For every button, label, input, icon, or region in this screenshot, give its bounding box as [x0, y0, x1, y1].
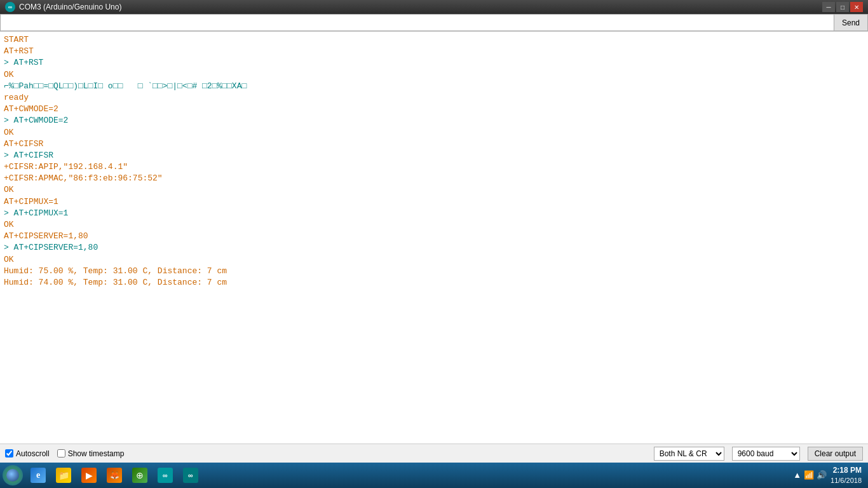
tray-volume-icon[interactable]: 🔊: [817, 470, 827, 480]
output-line: OK: [4, 69, 864, 81]
taskbar-item-ie[interactable]: e: [25, 465, 51, 485]
taskbar-item-chrome[interactable]: ⊕: [127, 465, 153, 485]
output-line: ⌐%□Pah□□=□QL□□)□L□I□ o□□ □ `□□>□|□<□# □2…: [4, 81, 864, 92]
output-line: Humid: 75.00 %, Temp: 31.00 C, Distance:…: [4, 266, 864, 277]
input-area: Send: [0, 14, 868, 32]
system-tray: ▲ 📶 🔊 2:18 PM 11/6/2018: [789, 466, 865, 485]
output-line: Humid: 74.00 %, Temp: 31.00 C, Distance:…: [4, 277, 864, 288]
output-line: OK: [4, 127, 864, 139]
output-line: AT+CIFSR: [4, 139, 864, 150]
window-title: COM3 (Arduino/Genuino Uno): [19, 3, 121, 11]
output-line: +CIFSR:APMAC,"86:f3:eb:96:75:52": [4, 173, 864, 184]
autoscroll-checkbox[interactable]: [5, 449, 13, 458]
send-button[interactable]: Send: [834, 14, 868, 31]
chrome-icon: ⊕: [132, 468, 147, 483]
line-ending-select[interactable]: No line endingNewlineCarriage returnBoth…: [654, 447, 724, 461]
app-icon: ∞: [5, 2, 15, 12]
output-line: > AT+RST: [4, 57, 864, 69]
clear-output-button[interactable]: Clear output: [808, 447, 863, 461]
tray-icons: ▲ 📶 🔊: [793, 470, 827, 480]
autoscroll-label[interactable]: Autoscroll: [5, 449, 50, 458]
close-button[interactable]: ✕: [850, 2, 863, 12]
tray-network-icon[interactable]: 📶: [804, 470, 814, 480]
taskbar: e 📁 ▶ 🦊 ⊕ ∞ ∞: [0, 463, 868, 488]
baud-rate-select[interactable]: 300 baud1200 baud2400 baud4800 baud9600 …: [732, 447, 800, 461]
timestamp-text: Show timestamp: [68, 449, 125, 458]
autoscroll-text: Autoscroll: [16, 449, 50, 458]
taskbar-item-filemanager[interactable]: 📁: [51, 465, 76, 485]
title-bar-left: ∞ COM3 (Arduino/Genuino Uno): [5, 2, 121, 12]
title-bar: ∞ COM3 (Arduino/Genuino Uno) ─ □ ✕: [0, 0, 868, 14]
output-line: ready: [4, 92, 864, 104]
maximize-button[interactable]: □: [836, 2, 849, 12]
clock[interactable]: 2:18 PM 11/6/2018: [831, 466, 862, 485]
serial-input[interactable]: [0, 14, 834, 31]
taskbar-item-arduino[interactable]: ∞: [153, 465, 178, 485]
ie-icon: e: [31, 468, 46, 483]
taskbar-item-firefox[interactable]: 🦊: [102, 465, 127, 485]
output-line: > AT+CIPSERVER=1,80: [4, 242, 864, 254]
output-line: OK: [4, 219, 864, 231]
firefox-icon: 🦊: [107, 468, 122, 483]
output-line: OK: [4, 184, 864, 196]
bottom-bar: Autoscroll Show timestamp No line ending…: [0, 444, 868, 463]
tray-arrow-icon[interactable]: ▲: [793, 470, 801, 480]
clock-time: 2:18 PM: [831, 466, 862, 476]
output-line: > AT+CWMODE=2: [4, 115, 864, 126]
output-area: STARTAT+RST> AT+RSTOK⌐%□Pah□□=□QL□□)□L□I…: [0, 32, 868, 444]
output-line: > AT+CIPMUX=1: [4, 208, 864, 219]
file-manager-icon: 📁: [56, 468, 71, 483]
output-line: START: [4, 34, 864, 46]
output-line: > AT+CIFSR: [4, 150, 864, 161]
output-line: AT+RST: [4, 46, 864, 57]
start-button[interactable]: [3, 465, 23, 485]
window-controls: ─ □ ✕: [822, 2, 863, 12]
timestamp-checkbox[interactable]: [57, 449, 65, 458]
minimize-button[interactable]: ─: [822, 2, 835, 12]
taskbar-item-arduino2[interactable]: ∞: [178, 465, 203, 485]
arduino-icon: ∞: [158, 468, 173, 483]
start-button-icon: [6, 469, 19, 482]
clock-date: 11/6/2018: [831, 476, 862, 485]
media-player-icon: ▶: [81, 468, 97, 483]
timestamp-label[interactable]: Show timestamp: [57, 449, 125, 458]
output-line: AT+CIPMUX=1: [4, 196, 864, 208]
output-line: OK: [4, 254, 864, 266]
taskbar-item-mediaplayer[interactable]: ▶: [76, 465, 102, 485]
output-line: AT+CIPSERVER=1,80: [4, 231, 864, 242]
output-line: AT+CWMODE=2: [4, 104, 864, 115]
output-line: +CIFSR:APIP,"192.168.4.1": [4, 161, 864, 173]
arduino2-icon: ∞: [183, 468, 198, 483]
